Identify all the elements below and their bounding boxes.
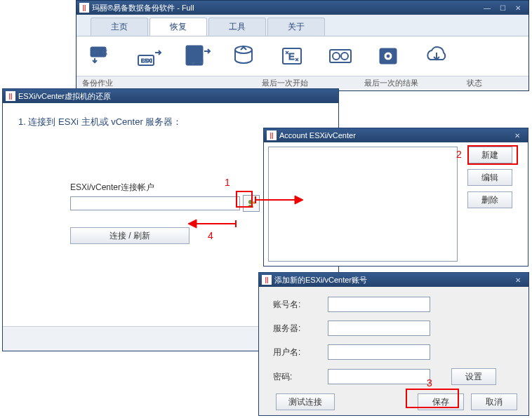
name-input[interactable] (328, 297, 430, 312)
col-result: 最后一次的结果 (359, 78, 461, 88)
settings-button[interactable]: 设置 (451, 368, 496, 385)
svg-point-10 (333, 53, 340, 60)
esxi-icon[interactable]: ESXi (135, 42, 165, 70)
svg-point-11 (341, 53, 348, 60)
account-label: ESXi/vCenter连接帐户 (70, 182, 260, 194)
close-icon[interactable]: ✕ (510, 3, 526, 13)
tab-home[interactable]: 主页 (91, 18, 148, 36)
account-select[interactable] (70, 196, 240, 210)
app-logo-icon: || (6, 91, 15, 101)
edit-account-button[interactable]: 编辑 (467, 169, 512, 186)
svg-text:Hyper-V: Hyper-V (187, 60, 203, 65)
connect-titlebar: || ESXi/vCenter虚拟机的还原 (3, 89, 338, 103)
exchange-icon[interactable]: E (279, 42, 308, 70)
svg-point-15 (248, 200, 253, 204)
user-input[interactable] (328, 344, 430, 360)
name-label: 账号名: (273, 299, 312, 311)
svg-text:ESXi: ESXi (141, 58, 152, 63)
account-dialog: || Account ESXi/vCenter ✕ 新建 编辑 删除 (263, 128, 528, 267)
account-list[interactable] (268, 147, 458, 262)
main-titlebar: || 玛丽®易备数据备份软件 - Full — ☐ ✕ (77, 1, 528, 15)
save-button[interactable]: 保存 (418, 393, 464, 410)
manage-accounts-button[interactable] (243, 195, 260, 212)
svg-text:VMDK: VMDK (93, 50, 107, 55)
connect-title: ESXi/vCenter虚拟机的还原 (18, 91, 111, 102)
col-start: 最后一次开始 (256, 78, 359, 88)
add-account-dialog: || 添加新的ESXi/vCenter账号 ✕ 账号名: 服务器: 用户名: 密… (258, 272, 529, 416)
tab-restore[interactable]: 恢复 (149, 18, 207, 36)
app-logo-icon: || (267, 130, 277, 140)
vmdk-icon[interactable]: VMDK (88, 42, 117, 70)
hyperv-icon[interactable]: Hyper-V (183, 42, 213, 70)
server-input[interactable] (328, 321, 430, 336)
account-titlebar: || Account ESXi/vCenter ✕ (264, 128, 528, 142)
account-title: Account ESXi/vCenter (279, 131, 356, 140)
restore-db-icon[interactable] (231, 42, 260, 70)
user-label: 用户名: (273, 346, 312, 358)
cancel-button[interactable]: 取消 (471, 393, 517, 410)
connect-refresh-button[interactable]: 连接 / 刷新 (70, 227, 189, 244)
svg-point-14 (387, 55, 390, 58)
main-tabs: 主页 恢复 工具 关于 (77, 15, 528, 36)
user-plus-icon (246, 198, 256, 208)
step-text: 1. 连接到 ESXi 主机或 vCenter 服务器： (18, 116, 323, 128)
minimize-icon[interactable]: — (479, 3, 495, 13)
main-window: || 玛丽®易备数据备份软件 - Full — ☐ ✕ 主页 恢复 工具 关于 … (76, 0, 529, 91)
list-headers: 备份作业 最后一次开始 最后一次的结果 状态 (77, 76, 528, 89)
col-job: 备份作业 (77, 78, 256, 88)
tab-about[interactable]: 关于 (267, 18, 325, 36)
new-account-button[interactable]: 新建 (467, 147, 512, 163)
maximize-icon[interactable]: ☐ (495, 3, 510, 13)
server-label: 服务器: (273, 323, 312, 335)
tab-tools[interactable]: 工具 (208, 18, 266, 36)
disk-icon[interactable] (374, 42, 404, 70)
close-icon[interactable]: ✕ (510, 130, 525, 140)
pwd-label: 密码: (273, 371, 312, 383)
test-connection-button[interactable]: 测试连接 (276, 393, 335, 410)
ribbon: VMDK ESXi Hyper-V E (77, 36, 528, 76)
cloud-icon[interactable] (422, 42, 451, 70)
app-logo-icon: || (262, 275, 272, 285)
main-title: 玛丽®易备数据备份软件 - Full (92, 3, 194, 13)
add-title: 添加新的ESXi/vCenter账号 (274, 275, 367, 285)
delete-account-button[interactable]: 删除 (467, 191, 512, 208)
svg-text:E: E (288, 51, 295, 62)
col-status: 状态 (461, 78, 488, 88)
add-titlebar: || 添加新的ESXi/vCenter账号 ✕ (259, 273, 528, 287)
close-icon[interactable]: ✕ (510, 275, 526, 285)
app-logo-icon: || (79, 3, 89, 13)
tape-icon[interactable] (326, 42, 356, 70)
pwd-input[interactable] (328, 369, 430, 384)
